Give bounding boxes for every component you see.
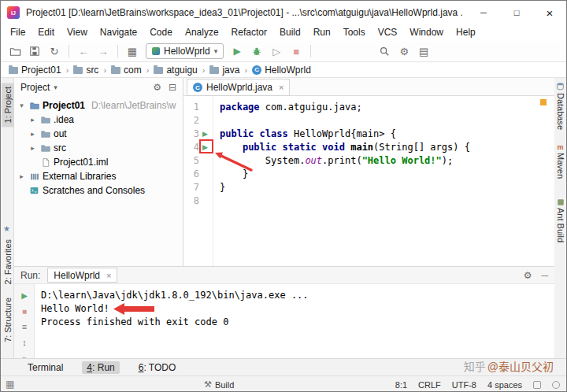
tab-hellowprld-java[interactable]: C HelloWprld.java × — [187, 79, 290, 96]
readonly-lock-icon[interactable] — [533, 381, 541, 389]
breadcrumb-separator-icon: › — [146, 65, 150, 75]
open-file-icon[interactable] — [7, 43, 23, 59]
run-config-select[interactable]: HelloWprld ▾ — [146, 43, 224, 59]
chevron-down-icon[interactable]: ▾ — [54, 83, 57, 91]
hide-panel-icon[interactable]: ─ — [541, 270, 548, 281]
folder-icon — [39, 142, 51, 154]
code-line-5[interactable]: System.out.print("Hello World!"); — [220, 154, 554, 168]
tree-item-idea[interactable]: ▸.idea — [14, 113, 183, 127]
sidebar-item-favorites[interactable]: 2: Favorites — [2, 235, 14, 288]
toolwindow-todo[interactable]: 6: TODO — [134, 361, 181, 374]
breadcrumb-separator-icon: › — [66, 65, 69, 75]
run-button[interactable]: ▶ — [229, 43, 245, 59]
chevron-right-icon[interactable]: ▸ — [28, 144, 37, 152]
tree-item-out[interactable]: ▸out — [14, 127, 183, 141]
chevron-down-icon[interactable]: ▾ — [17, 102, 26, 109]
run-tab-label: HelloWprld — [54, 270, 100, 281]
tree-item-src[interactable]: ▸src — [14, 141, 183, 155]
menu-item-refactor[interactable]: Refactor — [225, 24, 273, 41]
code-token: package — [220, 102, 260, 113]
editor-code[interactable]: package com.atguigu.java;public class He… — [213, 96, 554, 266]
save-all-icon[interactable] — [27, 43, 43, 59]
code-line-7[interactable]: } — [220, 181, 554, 194]
run-settings-gear-icon[interactable]: ⚙ — [524, 270, 532, 281]
close-icon[interactable]: × — [106, 271, 111, 280]
run-tab-hellowprld[interactable]: HelloWprld × — [47, 268, 117, 283]
breadcrumb-item-atguigu[interactable]: atguigu — [154, 65, 197, 76]
scroll-to-end-icon[interactable]: ↕ — [14, 335, 35, 350]
console-settings-icon[interactable]: ≡ — [14, 319, 35, 335]
settings-gear-icon[interactable]: ⚙ — [396, 43, 412, 59]
code-line-6[interactable]: } — [220, 168, 554, 181]
rerun-button[interactable]: ▶ — [14, 287, 35, 303]
window-title: Project01 [D:\learn\JetBrains\workspace_… — [26, 1, 462, 24]
collapse-all-icon[interactable]: ⊟ — [169, 82, 176, 93]
hector-inspector-icon[interactable] — [552, 381, 560, 389]
search-everywhere-icon[interactable] — [376, 43, 392, 59]
console-line-1: D:\learn\Java\jdk\jdk1.8.0_192\bin\java.… — [41, 289, 309, 302]
menu-item-view[interactable]: View — [61, 24, 94, 41]
window-controls: ─ □ × — [467, 1, 566, 24]
menu-item-analyze[interactable]: Analyze — [179, 24, 225, 41]
code-line-1[interactable]: package com.atguigu.java; — [220, 101, 554, 114]
menu-item-file[interactable]: File — [4, 24, 32, 41]
code-line-4[interactable]: public static void main(String[] args) { — [220, 141, 554, 154]
toolwindow-run[interactable]: 4: Run — [82, 361, 119, 374]
close-button[interactable]: × — [533, 1, 566, 24]
stop-button[interactable]: ■ — [288, 43, 304, 59]
settings-gear-icon[interactable]: ⚙ — [153, 82, 161, 93]
breadcrumb-item-src[interactable]: src — [73, 65, 98, 76]
minimize-button[interactable]: ─ — [467, 1, 500, 24]
sidebar-item-maven[interactable]: Maven — [555, 153, 565, 179]
tree-item-project01-iml[interactable]: Project01.iml — [14, 155, 183, 169]
close-icon[interactable]: × — [279, 83, 284, 92]
toolwindow-switcher-icon[interactable]: ▦ — [6, 379, 14, 390]
chevron-right-icon[interactable]: ▸ — [28, 116, 37, 124]
menu-item-tools[interactable]: Tools — [337, 24, 372, 41]
caret-position[interactable]: 8:1 — [395, 380, 407, 390]
code-token: System. — [220, 155, 305, 166]
breadcrumb-item-project01[interactable]: Project01 — [9, 65, 61, 76]
project-structure-icon[interactable]: ▤ — [416, 43, 432, 59]
back-icon[interactable]: ← — [76, 43, 91, 59]
breadcrumb-item-com[interactable]: com — [111, 65, 142, 76]
chevron-right-icon[interactable]: ▸ — [28, 130, 37, 138]
code-line-3[interactable]: public class HelloWprld{main> { — [220, 128, 554, 141]
run-mnemonic: 4 — [87, 362, 92, 373]
breadcrumb-item-java[interactable]: java — [209, 65, 239, 76]
breadcrumb-item-hellowprld[interactable]: CHelloWprld — [252, 65, 311, 76]
line-separator[interactable]: CRLF — [418, 380, 441, 390]
coverage-button[interactable]: ▷ — [269, 43, 284, 59]
file-encoding[interactable]: UTF-8 — [452, 380, 476, 390]
menu-item-build[interactable]: Build — [273, 24, 307, 41]
menu-item-vcs[interactable]: VCS — [372, 24, 404, 41]
indent-setting[interactable]: 4 spaces — [487, 380, 522, 390]
project-panel-title[interactable]: Project — [20, 82, 50, 93]
menu-item-edit[interactable]: Edit — [32, 24, 61, 41]
sidebar-item-database[interactable]: Database — [555, 93, 565, 130]
sync-icon[interactable]: ↻ — [46, 43, 62, 59]
console-line-2: Hello World! — [41, 302, 109, 316]
menu-item-navigate[interactable]: Navigate — [94, 24, 143, 41]
maximize-button[interactable]: □ — [500, 1, 533, 24]
menu-item-window[interactable]: Window — [403, 24, 450, 41]
tree-item-project01[interactable]: ▾Project01D:\learn\JetBrains\w — [14, 98, 183, 113]
tree-item-scratches-and-consoles[interactable]: Scratches and Consoles — [14, 183, 183, 198]
breadcrumb: Project01›src›com›atguigu›java›CHelloWpr… — [1, 62, 566, 78]
debug-button[interactable] — [249, 43, 265, 59]
stop-button[interactable]: ■ — [14, 303, 35, 319]
run-anything-icon[interactable]: ▦ — [124, 43, 140, 59]
toolwindow-terminal[interactable]: Terminal — [23, 361, 68, 374]
line-number: 7 — [183, 181, 199, 194]
menu-item-run[interactable]: Run — [307, 24, 337, 41]
run-console[interactable]: D:\learn\Java\jdk\jdk1.8.0_192\bin\java.… — [35, 284, 554, 358]
chevron-right-icon[interactable]: ▸ — [17, 172, 26, 180]
build-status[interactable]: ⚒ Build — [204, 376, 234, 392]
sidebar-item-ant-build[interactable]: Ant Build — [555, 208, 565, 242]
sidebar-item-structure[interactable]: 7: Structure — [2, 294, 14, 346]
tree-item-external-libraries[interactable]: ▸External Libraries — [14, 169, 183, 183]
forward-icon[interactable]: → — [95, 43, 111, 59]
menu-item-help[interactable]: Help — [450, 24, 482, 41]
sidebar-item-project[interactable]: 1: Project — [2, 83, 14, 127]
menu-item-code[interactable]: Code — [143, 24, 179, 41]
